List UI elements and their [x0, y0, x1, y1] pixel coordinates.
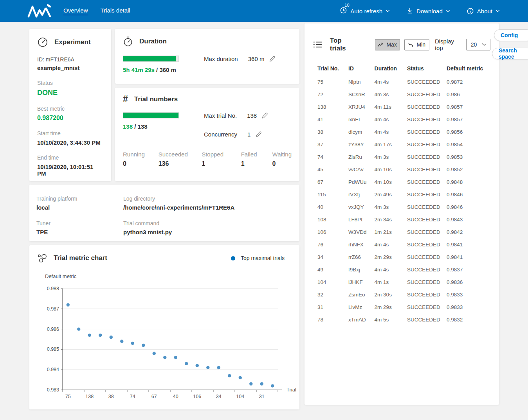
table-row[interactable]: 67PdWUu4m 10sSUCCEEDED0.9848	[317, 176, 490, 188]
tab-trials-detail[interactable]: Trials detail	[101, 7, 130, 15]
table-row[interactable]: 34rrZ662m 29sSUCCEEDED0.9841	[317, 251, 490, 263]
config-button-label: Config	[501, 32, 518, 38]
cell-id: ZsmEo	[348, 288, 375, 301]
scatter-icon	[37, 253, 47, 263]
cell-id: rVXfj	[348, 188, 375, 201]
scatter-point[interactable]	[217, 366, 220, 369]
cell-trial-no: 37	[317, 138, 348, 151]
scatter-point[interactable]	[142, 344, 145, 347]
edit-pencil-icon[interactable]	[255, 131, 262, 138]
table-row[interactable]: 76rhNFX4m 4sSUCCEEDED0.9841	[317, 238, 490, 251]
succeeded-value: 136	[159, 160, 202, 167]
table-row[interactable]: 75Nlptn4m 4sSUCCEEDED0.9872	[317, 75, 490, 88]
cell-id: XRJU4	[348, 101, 375, 113]
experiment-card: Experiment ID: mFT1RE6A example_mnist St…	[29, 29, 111, 181]
table-row[interactable]: 37zY38Y4m 17sSUCCEEDED0.9854	[317, 138, 490, 151]
cell-default-metric: 0.9857	[447, 101, 490, 113]
column-header-default-metric: Default metric	[447, 62, 490, 75]
scatter-point[interactable]	[228, 374, 231, 377]
trial-numbers-card-title: Trial numbers	[134, 95, 178, 103]
table-row[interactable]: 40vxJQY4m 3sSUCCEEDED0.9846	[317, 201, 490, 213]
cell-id: LF8Pt	[348, 213, 375, 226]
cell-default-metric: 0.9841	[447, 238, 490, 251]
cell-id: Nlptn	[348, 75, 375, 88]
cell-default-metric: 0.9857	[447, 113, 490, 126]
scatter-point[interactable]	[67, 303, 70, 306]
cell-status: SUCCEEDED	[407, 188, 447, 201]
table-row[interactable]: 108LF8Pt2m 34sSUCCEEDED0.9843	[317, 213, 490, 226]
table-row[interactable]: 78xTmAD4m 5sSUCCEEDED0.9832	[317, 313, 490, 326]
log-directory-value: /home/core/nni-experiments/mFT1RE6A	[123, 204, 234, 211]
trial-metric-scatter-chart: Default metric0.9880.9870.9860.9850.9840…	[37, 271, 299, 402]
max-duration-label: Max duration	[204, 56, 238, 62]
table-row[interactable]: 74ZisRu4m 3sSUCCEEDED0.9853	[317, 151, 490, 163]
cell-default-metric: 0.9833	[447, 288, 490, 301]
status-value: DONE	[37, 89, 103, 97]
cell-trial-no: 106	[317, 226, 348, 238]
cell-duration: 4m 10s	[375, 163, 407, 176]
table-row[interactable]: 104iJHKF4m 1sSUCCEEDED0.9836	[317, 276, 490, 288]
table-row[interactable]: 38dlcym4m 4sSUCCEEDED0.9856	[317, 126, 490, 138]
cell-default-metric: 0.9846	[447, 201, 490, 213]
chart-legend[interactable]: Top maximal trials	[231, 255, 292, 261]
scatter-point[interactable]	[260, 382, 263, 385]
cell-trial-no: 67	[317, 176, 348, 188]
experiment-card-title: Experiment	[54, 38, 91, 46]
max-button-label: Max	[386, 41, 396, 48]
table-row[interactable]: 32ZsmEo2m 30sSUCCEEDED0.9833	[317, 288, 490, 301]
scatter-point[interactable]	[239, 376, 242, 379]
table-row[interactable]: 138XRJU44m 11sSUCCEEDED0.9857	[317, 101, 490, 113]
table-row[interactable]: 45vvCAv4m 10sSUCCEEDED0.9852	[317, 163, 490, 176]
cell-duration: 2m 49s	[375, 188, 407, 201]
scatter-point[interactable]	[174, 356, 177, 359]
chevron-down-icon	[482, 43, 487, 46]
cell-duration: 4m 5s	[375, 313, 407, 326]
scatter-point[interactable]	[206, 366, 209, 369]
scatter-point[interactable]	[131, 342, 134, 345]
cell-trial-no: 75	[317, 75, 348, 88]
cell-trial-no: 104	[317, 276, 348, 288]
table-row[interactable]: 41ixnEl4m 4sSUCCEEDED0.9857	[317, 113, 490, 126]
scatter-point[interactable]	[196, 364, 199, 367]
scatter-point[interactable]	[163, 356, 166, 359]
cell-id: f9Bxj	[348, 263, 375, 276]
legend-dot-icon	[231, 256, 235, 260]
table-row[interactable]: 31LlvMz2m 29sSUCCEEDED0.9833	[317, 301, 490, 313]
auto-refresh-menu[interactable]: 10 Auto refresh	[340, 7, 390, 15]
x-tick-label: 40	[173, 394, 178, 399]
cell-status: SUCCEEDED	[407, 276, 447, 288]
display-top-dropdown[interactable]: 20	[466, 39, 490, 50]
table-row[interactable]: 49f9Bxj4m 4sSUCCEEDED0.9837	[317, 263, 490, 276]
scatter-point[interactable]	[249, 382, 252, 385]
cell-status: SUCCEEDED	[407, 113, 447, 126]
trial-command-label: Trial command	[123, 220, 234, 226]
duration-progress-bar	[123, 56, 179, 62]
edit-pencil-icon[interactable]	[261, 112, 268, 119]
scatter-point[interactable]	[153, 352, 156, 355]
tuner-label: Tuner	[36, 220, 123, 226]
table-row[interactable]: 72SCsnR4m 3sSUCCEEDED0.986	[317, 88, 490, 101]
scatter-point[interactable]	[88, 334, 91, 337]
scatter-point[interactable]	[77, 327, 80, 330]
scatter-point[interactable]	[271, 384, 274, 387]
max-button[interactable]: Max	[375, 39, 400, 50]
table-row[interactable]: 115rVXfj2m 49sSUCCEEDED0.9846	[317, 188, 490, 201]
scatter-point[interactable]	[120, 339, 123, 343]
auto-refresh-badge: 10	[344, 3, 349, 7]
scatter-point[interactable]	[110, 336, 113, 339]
search-space-button[interactable]: Search space	[492, 48, 528, 59]
cell-duration: 1m 21s	[375, 226, 407, 238]
cell-duration: 2m 29s	[375, 251, 407, 263]
download-menu[interactable]: Download	[406, 7, 450, 14]
table-row[interactable]: 106W3VDd1m 21sSUCCEEDED0.9842	[317, 226, 490, 238]
scatter-point[interactable]	[99, 334, 102, 337]
scatter-point[interactable]	[185, 362, 188, 365]
cell-id: W3VDd	[348, 226, 375, 238]
about-menu[interactable]: About	[467, 7, 500, 15]
edit-pencil-icon[interactable]	[269, 56, 276, 62]
cell-id: rrZ66	[348, 251, 375, 263]
tab-overview[interactable]: Overview	[63, 7, 88, 15]
min-button[interactable]: Min	[404, 39, 429, 50]
config-button[interactable]: Config	[494, 29, 528, 41]
cell-duration: 4m 4s	[375, 126, 407, 138]
